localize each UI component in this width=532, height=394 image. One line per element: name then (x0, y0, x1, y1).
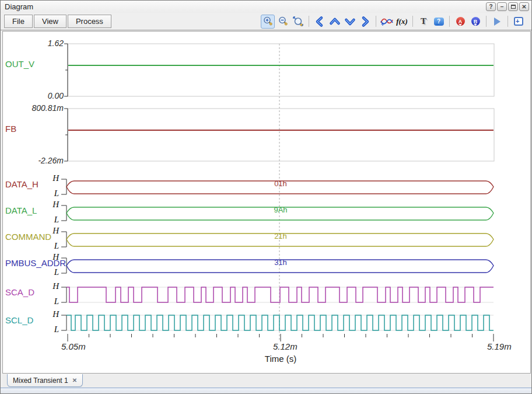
waveform-area[interactable] (2, 31, 531, 374)
help-button[interactable]: ? (486, 2, 496, 11)
help-bubble-icon: ? (434, 18, 444, 26)
diagram-window: Diagram ? – ✕ File View Process (0, 0, 532, 394)
what-is-this-button[interactable]: ? (432, 15, 446, 29)
scroll-up-button[interactable] (328, 15, 342, 29)
cursor-b-button[interactable]: B (468, 15, 482, 29)
menu-file[interactable]: File (4, 15, 33, 28)
toolbar-icons: f(x) T ? A B + (261, 15, 528, 29)
tab-mixed-transient-1[interactable]: Mixed Transient 1 ✕ (7, 374, 83, 387)
text-tool-button[interactable]: T (416, 15, 430, 29)
arrow-up-icon (329, 16, 341, 27)
toolbar-separator (508, 16, 508, 27)
window-buttons: ? – ✕ (486, 2, 529, 11)
cursor-a-icon: A (456, 17, 465, 26)
window-title: Diagram (5, 2, 486, 11)
play-icon (494, 18, 501, 26)
zoom-in-icon (262, 16, 274, 27)
tab-close-icon[interactable]: ✕ (72, 377, 77, 383)
sheet-tab-bar: Mixed Transient 1 ✕ (2, 374, 531, 388)
scroll-right-button[interactable] (358, 15, 372, 29)
zoom-fit-button[interactable] (291, 15, 305, 29)
define-function-button[interactable]: f(x) (395, 15, 409, 29)
text-icon: T (421, 16, 426, 26)
toolbar-separator (412, 16, 413, 27)
add-curve-button[interactable] (380, 15, 394, 29)
toolbar-separator (486, 16, 487, 27)
menu-toolbar: File View Process (1, 13, 531, 30)
maximize-button[interactable] (508, 2, 518, 11)
function-icon: f(x) (396, 17, 408, 26)
zoom-in-button[interactable] (261, 15, 275, 29)
toolbar-separator (376, 16, 376, 27)
arrow-left-icon (314, 16, 326, 27)
cursor-a-button[interactable]: A (453, 15, 467, 29)
toolbar-separator (449, 16, 450, 27)
scroll-down-button[interactable] (343, 15, 357, 29)
minimize-button[interactable]: – (497, 2, 507, 11)
menu-view[interactable]: View (34, 15, 66, 28)
scroll-left-button[interactable] (313, 15, 327, 29)
arrow-right-icon (359, 16, 371, 27)
zoom-out-button[interactable] (276, 15, 290, 29)
close-button[interactable]: ✕ (519, 2, 529, 11)
zoom-fit-icon (292, 16, 304, 27)
add-plot-icon: + (514, 17, 523, 26)
menu-process[interactable]: Process (68, 15, 111, 28)
tab-label: Mixed Transient 1 (13, 376, 68, 385)
maximize-icon (511, 5, 516, 9)
status-bar (1, 388, 532, 394)
waveform-icon (380, 16, 393, 27)
arrow-down-icon (344, 16, 356, 27)
add-plot-button[interactable]: + (512, 15, 526, 29)
cursor-b-icon: B (471, 17, 480, 26)
title-bar[interactable]: Diagram ? – ✕ (1, 1, 531, 13)
toolbar-separator (309, 16, 309, 27)
run-button[interactable] (490, 15, 504, 29)
zoom-out-icon (278, 16, 289, 27)
